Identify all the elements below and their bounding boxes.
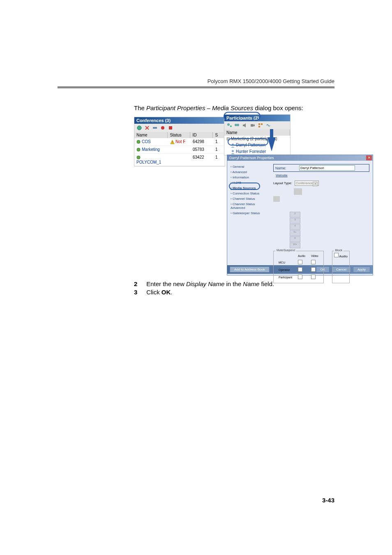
name-input[interactable]	[299, 165, 355, 171]
sd-9[interactable]: 9	[290, 236, 300, 242]
svg-point-9	[227, 123, 230, 126]
step-2-number: 2	[134, 280, 145, 287]
person-icon	[231, 143, 235, 148]
row-s: 1	[213, 139, 225, 145]
svg-point-18	[232, 143, 234, 146]
callout-arrow	[267, 137, 276, 151]
step-2-text: Enter the new Display Name in the Name f…	[146, 280, 274, 287]
table-row[interactable]: COS !Not F 64298 1	[134, 138, 225, 146]
table-row[interactable]: POLYCOM_1 63422 1	[134, 154, 225, 166]
nav-h245[interactable]: › H.245	[228, 180, 269, 185]
row-name: COS	[142, 139, 151, 144]
layout-preview-full[interactable]	[273, 196, 280, 202]
header-rule	[58, 86, 334, 88]
nav-channel-status-advanced[interactable]: › Channel Status Advanced	[228, 201, 269, 210]
layout-type-select[interactable]: Conference▾	[295, 180, 319, 186]
delete-icon[interactable]	[144, 125, 150, 131]
step-3: 3 Click OK.	[134, 289, 173, 296]
operator-audio-checkbox[interactable]	[298, 267, 302, 272]
svg-marker-12	[243, 123, 246, 127]
conference-icon	[136, 155, 141, 160]
sd-4[interactable]: 4	[290, 224, 300, 230]
intro-italic: Participant Properties – Media Sources	[146, 104, 253, 111]
mcu-video-checkbox[interactable]	[311, 260, 316, 264]
close-button[interactable]: ✕	[366, 155, 372, 160]
col-name[interactable]: Name	[224, 130, 290, 136]
list-item[interactable]: Darryl Patterson	[224, 142, 290, 148]
dialog-nav: › General › Advanced › Information › H.2…	[227, 161, 270, 265]
nav-gatekeeper-status[interactable]: › Gatekeeper Status	[228, 210, 269, 216]
step-3-text: Click OK.	[146, 289, 172, 296]
row-status	[168, 155, 191, 165]
nav-advanced[interactable]: › Advanced	[228, 169, 269, 175]
mute-title: Mute/Suspend	[275, 249, 296, 252]
row-id: 05783	[191, 147, 213, 153]
col-s[interactable]: S	[213, 132, 225, 138]
new-conf-icon[interactable]	[136, 125, 142, 131]
doc-header: Polycom RMX 1500/2000/4000 Getting Start…	[208, 78, 334, 84]
dialog-titlebar[interactable]: Darryl Patterson Properties ✕	[227, 155, 373, 161]
add-participant-icon[interactable]	[226, 123, 232, 128]
nav-connection-status[interactable]: › Connection Status	[228, 191, 269, 196]
camera-icon[interactable]	[250, 123, 256, 128]
add-to-address-book-button[interactable]: Add to Address Book	[230, 266, 270, 273]
row-id: 64298	[191, 139, 213, 145]
speaker-icon[interactable]	[242, 123, 248, 128]
list-item[interactable]: Hunter Forrester	[224, 148, 290, 155]
ui-screenshot: Conferences (3) Name Status ID S COS !No…	[134, 114, 372, 275]
person-icon	[231, 150, 235, 154]
svg-rect-1	[153, 127, 157, 129]
mcu-audio-checkbox[interactable]	[298, 260, 302, 264]
stop-icon[interactable]	[168, 125, 173, 131]
dialog-main: Name: Website Layout Type: Conference▾ 2…	[270, 161, 373, 265]
nav-general[interactable]: › General	[228, 164, 269, 169]
svg-rect-17	[258, 126, 260, 127]
participant-video-checkbox[interactable]	[311, 275, 316, 279]
svg-point-7	[137, 148, 140, 151]
sd-3[interactable]: 3	[290, 218, 300, 224]
svg-point-2	[161, 126, 164, 130]
table-row[interactable]: Marketing 05783 1	[134, 146, 225, 154]
layout-preview-1[interactable]	[294, 188, 302, 195]
col-name[interactable]: Name	[134, 132, 168, 138]
svg-rect-15	[258, 123, 260, 125]
svg-point-11	[237, 124, 239, 126]
mute-col-audio: Audio	[295, 254, 308, 258]
row-status	[168, 147, 191, 153]
layout-type-label: Layout Type:	[273, 181, 292, 185]
row-name: Marketing	[142, 147, 160, 152]
layout-icon[interactable]	[258, 123, 263, 128]
dialog-title-text: Darryl Patterson Properties	[229, 156, 274, 160]
participants-toolbar	[224, 121, 290, 130]
nav-channel-status[interactable]: › Channel Status	[228, 196, 269, 201]
record-icon[interactable]	[160, 125, 166, 131]
add-group-icon[interactable]	[234, 123, 240, 128]
speed-dial: 2 3 4 5+ 9 10+	[290, 212, 369, 248]
conferences-columns: Name Status ID S	[134, 132, 225, 138]
mute-row-mcu: MCU	[276, 259, 295, 266]
participants-panel: Participants (2) Name ⊟ Marketing (2 par…	[224, 114, 291, 155]
step-3-number: 3	[134, 289, 145, 296]
col-id[interactable]: ID	[190, 132, 213, 138]
participant-group[interactable]: ⊟ Marketing (2 participants)	[224, 136, 290, 142]
col-status[interactable]: Status	[168, 132, 190, 138]
audio-icon[interactable]	[265, 123, 271, 128]
svg-rect-3	[169, 126, 172, 130]
row-name: POLYCOM_1	[136, 160, 161, 164]
operator-video-checkbox[interactable]	[311, 267, 316, 272]
website-link[interactable]: Website	[276, 173, 369, 177]
intro-prefix: The	[134, 104, 146, 111]
svg-rect-13	[251, 124, 254, 127]
block-audio-checkbox[interactable]	[334, 253, 339, 257]
nav-information[interactable]: › Information	[228, 175, 269, 180]
svg-point-0	[137, 126, 141, 130]
sd-10plus[interactable]: 10+	[290, 243, 300, 248]
mute-row-operator: Operator	[276, 266, 295, 273]
participant-audio-checkbox[interactable]	[298, 275, 302, 279]
nav-media-sources[interactable]: › Media Sources	[228, 185, 269, 191]
sd-2[interactable]: 2	[290, 212, 300, 217]
link-icon[interactable]	[152, 125, 158, 131]
svg-point-4	[137, 140, 140, 143]
block-group: Block Audio	[332, 251, 350, 283]
sd-5plus[interactable]: 5+	[290, 230, 300, 236]
